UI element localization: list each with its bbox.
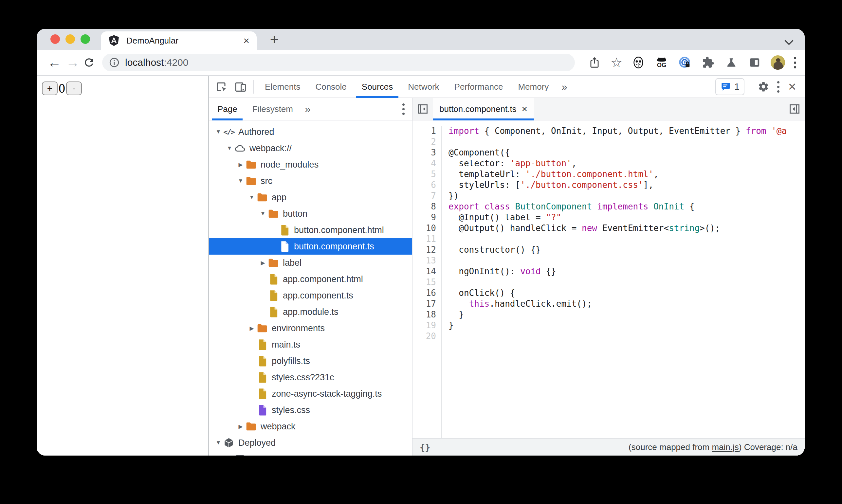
line-number[interactable]: 1 [412, 126, 436, 137]
tree-item-styles.css[interactable]: styles.css [209, 402, 412, 418]
tree-item-deployed[interactable]: ▼Deployed [209, 435, 412, 451]
code-line-5[interactable]: templateUrl: './button.component.html', [448, 169, 805, 180]
tree-item-authored[interactable]: ▼</>Authored [209, 124, 412, 140]
zoom-window-button[interactable] [80, 34, 90, 44]
tree-item-polyfills.ts[interactable]: polyfills.ts [209, 353, 412, 369]
tree-right-arrow-icon[interactable]: ▶ [236, 423, 246, 430]
code-line-17[interactable]: this.handleClick.emit(); [448, 299, 805, 309]
decrement-button[interactable]: - [66, 82, 82, 95]
code-line-1[interactable]: import { Component, OnInit, Input, Outpu… [448, 126, 805, 137]
tree-item-main.ts[interactable]: main.ts [209, 337, 412, 353]
line-number[interactable]: 13 [412, 255, 436, 266]
settings-gear-icon[interactable] [756, 81, 771, 93]
tree-item-app.component.html[interactable]: app.component.html [209, 271, 412, 287]
code-line-9[interactable]: @Input() label = "?" [448, 212, 805, 223]
tree-item-webpack-[interactable]: ▼webpack:// [209, 140, 412, 157]
bookmark-star-icon[interactable]: ☆ [611, 56, 622, 69]
tree-item-button.component.ts[interactable]: button.component.ts [209, 238, 412, 255]
inspect-element-icon[interactable] [212, 76, 231, 97]
navigator-more-tabs-icon[interactable]: » [300, 98, 316, 120]
tree-item-button[interactable]: ▼button [209, 205, 412, 222]
back-button[interactable]: ← [45, 56, 64, 69]
line-number[interactable]: 19 [412, 320, 436, 331]
code-line-7[interactable]: }) [448, 191, 805, 201]
tree-down-arrow-icon[interactable]: ▼ [225, 145, 234, 151]
navigator-menu-icon[interactable] [402, 104, 405, 115]
line-number[interactable]: 17 [412, 299, 436, 309]
code-line-19[interactable]: } [448, 320, 805, 331]
extension-mask-icon[interactable] [631, 55, 646, 70]
code-line-10[interactable]: @Output() handleClick = new EventEmitter… [448, 223, 805, 234]
increment-button[interactable]: + [42, 82, 58, 95]
line-number[interactable]: 5 [412, 169, 436, 180]
navigator-tab-page[interactable]: Page [211, 98, 244, 120]
side-panel-icon[interactable] [747, 55, 762, 70]
line-number[interactable]: 16 [412, 288, 436, 299]
code-line-2[interactable] [448, 137, 805, 147]
tree-item-button.component.html[interactable]: button.component.html [209, 222, 412, 238]
line-number[interactable]: 18 [412, 309, 436, 320]
code-lines[interactable]: import { Component, OnInit, Input, Outpu… [441, 126, 805, 438]
code-line-13[interactable] [448, 255, 805, 266]
devtools-tab-elements[interactable]: Elements [257, 76, 308, 97]
tree-right-arrow-icon[interactable]: ▶ [258, 259, 268, 266]
tree-item-label[interactable]: ▶label [209, 255, 412, 271]
devtools-tab-console[interactable]: Console [308, 76, 354, 97]
tree-item-styles.css-231c[interactable]: styles.css?231c [209, 369, 412, 385]
line-number[interactable]: 7 [412, 191, 436, 201]
devtools-tab-memory[interactable]: Memory [510, 76, 556, 97]
open-file-tab[interactable]: button.component.ts × [433, 98, 534, 120]
new-tab-button[interactable]: + [266, 31, 283, 48]
tab-close-icon[interactable]: × [243, 35, 249, 46]
code-line-16[interactable]: onClick() { [448, 288, 805, 299]
tree-down-arrow-icon[interactable]: ▼ [247, 194, 257, 201]
code-line-8[interactable]: export class ButtonComponent implements … [448, 201, 805, 212]
collapse-sidebar-icon[interactable] [412, 98, 433, 120]
line-number[interactable]: 14 [412, 266, 436, 277]
file-tab-close-icon[interactable]: × [522, 104, 528, 114]
tree-item-app.component.ts[interactable]: app.component.ts [209, 287, 412, 304]
reload-button[interactable] [82, 55, 96, 70]
browser-tab[interactable]: DemoAngular × [101, 32, 257, 50]
tree-item-src[interactable]: ▼src [209, 173, 412, 189]
code-line-14[interactable]: ngOnInit(): void {} [448, 266, 805, 277]
line-number[interactable]: 9 [412, 212, 436, 223]
tree-item-app[interactable]: ▼app [209, 189, 412, 205]
extension-og-incognito-icon[interactable]: OG [655, 55, 669, 70]
navigator-tab-filesystem[interactable]: Filesystem [246, 98, 300, 120]
close-window-button[interactable] [50, 34, 60, 44]
devtools-tab-performance[interactable]: Performance [447, 76, 511, 97]
browser-menu-icon[interactable] [794, 57, 796, 68]
line-number[interactable]: 4 [412, 158, 436, 169]
forward-button[interactable]: → [64, 56, 82, 69]
line-number[interactable]: 12 [412, 245, 436, 255]
site-info-icon[interactable] [109, 57, 120, 68]
tree-item-webpack[interactable]: ▶webpack [209, 418, 412, 435]
devtools-menu-icon[interactable] [774, 81, 782, 93]
address-bar[interactable]: localhost:4200 [102, 54, 575, 71]
line-number[interactable]: 20 [412, 331, 436, 342]
tree-item-app.module.ts[interactable]: app.module.ts [209, 304, 412, 320]
tree-item-top[interactable]: top [209, 451, 412, 455]
code-line-20[interactable] [448, 331, 805, 342]
line-number[interactable]: 11 [412, 234, 436, 245]
tree-down-arrow-icon[interactable]: ▼ [258, 211, 268, 217]
code-line-6[interactable]: styleUrls: ['./button.component.css'], [448, 180, 805, 191]
line-number[interactable]: 10 [412, 223, 436, 234]
code-line-3[interactable]: @Component({ [448, 147, 805, 158]
line-number[interactable]: 15 [412, 277, 436, 288]
devtools-close-icon[interactable]: × [785, 80, 799, 94]
devtools-tab-network[interactable]: Network [400, 76, 447, 97]
tree-item-node-modules[interactable]: ▶node_modules [209, 157, 412, 173]
show-debugger-panel-icon[interactable] [784, 98, 805, 120]
extension-1password-icon[interactable] [678, 55, 692, 70]
source-map-link[interactable]: main.js [712, 442, 738, 452]
tree-right-arrow-icon[interactable]: ▶ [236, 161, 246, 168]
tree-down-arrow-icon[interactable]: ▼ [236, 178, 246, 184]
code-line-18[interactable]: } [448, 309, 805, 320]
tree-down-arrow-icon[interactable]: ▼ [213, 439, 223, 446]
pretty-print-button[interactable]: {} [420, 442, 430, 452]
profile-avatar[interactable] [771, 55, 785, 70]
device-toolbar-icon[interactable] [231, 76, 250, 97]
tree-right-arrow-icon[interactable]: ▶ [247, 325, 257, 332]
